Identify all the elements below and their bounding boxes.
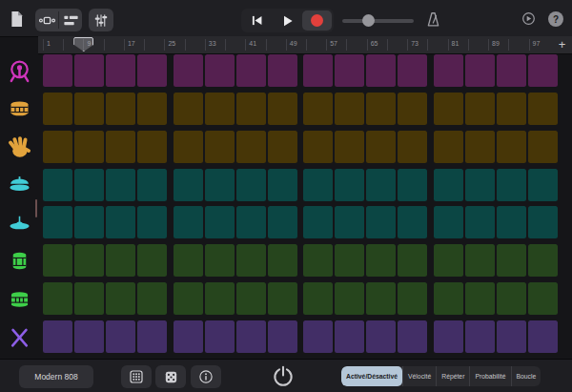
step-cell-closed-hi-hat[interactable] (335, 169, 364, 201)
step-cell-snare[interactable] (106, 93, 135, 125)
step-cell-kick[interactable] (174, 54, 203, 87)
step-cell-snare[interactable] (434, 93, 463, 125)
step-cell-sticks[interactable] (205, 320, 235, 353)
step-cell-open-hi-hat[interactable] (174, 206, 203, 238)
step-cell-closed-hi-hat[interactable] (137, 169, 167, 201)
step-cell-low-tom[interactable] (174, 282, 203, 315)
step-cell-low-tom[interactable] (398, 282, 427, 315)
step-cell-snare[interactable] (174, 93, 203, 125)
step-cell-low-tom[interactable] (236, 282, 266, 315)
play-button[interactable] (272, 9, 302, 32)
step-cell-snare[interactable] (465, 93, 495, 125)
step-cell-hi-tom[interactable] (366, 244, 396, 277)
step-cell-kick[interactable] (434, 54, 463, 87)
edit-mode-segment[interactable]: Vélocité (402, 366, 436, 386)
step-cell-clap[interactable] (43, 131, 72, 163)
step-cell-sticks[interactable] (137, 320, 167, 353)
step-cell-sticks[interactable] (528, 320, 558, 353)
step-cell-open-hi-hat[interactable] (528, 206, 558, 238)
step-cell-clap[interactable] (303, 131, 333, 163)
step-cell-sticks[interactable] (74, 320, 104, 353)
step-cell-low-tom[interactable] (366, 282, 396, 315)
record-button[interactable] (302, 10, 332, 31)
step-cell-hi-tom[interactable] (497, 244, 526, 277)
step-cell-low-tom[interactable] (335, 282, 364, 315)
step-cell-open-hi-hat[interactable] (137, 206, 167, 238)
step-cell-clap[interactable] (434, 131, 463, 163)
step-cell-closed-hi-hat[interactable] (205, 169, 235, 201)
loop-browser-button[interactable] (521, 10, 537, 27)
dice-button[interactable] (155, 365, 186, 388)
document-icon[interactable] (8, 10, 26, 29)
step-cell-kick[interactable] (366, 54, 396, 87)
step-cell-kick[interactable] (465, 54, 495, 87)
step-cell-open-hi-hat[interactable] (43, 206, 72, 238)
step-cell-snare[interactable] (497, 93, 526, 125)
kit-select-button[interactable]: Modern 808 (19, 365, 93, 388)
step-cell-snare[interactable] (335, 93, 364, 125)
step-cell-open-hi-hat[interactable] (205, 206, 235, 238)
add-bars-button[interactable]: + (555, 36, 569, 52)
step-cell-hi-tom[interactable] (434, 244, 463, 277)
step-cell-sticks[interactable] (43, 320, 72, 353)
step-cell-snare[interactable] (43, 93, 72, 125)
step-cell-open-hi-hat[interactable] (465, 206, 495, 238)
step-cell-low-tom[interactable] (74, 282, 104, 315)
step-cell-closed-hi-hat[interactable] (174, 169, 203, 201)
step-cell-snare[interactable] (528, 93, 558, 125)
track-button-closed-hi-hat[interactable] (0, 169, 38, 201)
step-cell-closed-hi-hat[interactable] (268, 169, 297, 201)
step-cell-hi-tom[interactable] (303, 244, 333, 277)
step-cell-snare[interactable] (137, 93, 167, 125)
step-cell-sticks[interactable] (303, 320, 333, 353)
step-cell-clap[interactable] (74, 131, 104, 163)
track-controls-button[interactable] (89, 9, 113, 31)
track-button-hi-tom[interactable] (0, 244, 38, 277)
step-cell-sticks[interactable] (465, 320, 495, 353)
edit-mode-segment[interactable]: Activé/Désactivé (341, 366, 402, 386)
step-cell-snare[interactable] (74, 93, 104, 125)
step-cell-low-tom[interactable] (528, 282, 558, 315)
step-cell-open-hi-hat[interactable] (106, 206, 135, 238)
edit-mode-segment[interactable]: Répéter (436, 366, 469, 386)
track-button-sticks[interactable] (0, 320, 38, 353)
step-cell-open-hi-hat[interactable] (497, 206, 526, 238)
step-cell-open-hi-hat[interactable] (236, 206, 266, 238)
volume-knob[interactable] (362, 14, 375, 27)
step-cell-hi-tom[interactable] (74, 244, 104, 277)
track-button-kick[interactable] (0, 54, 38, 87)
volume-slider[interactable] (342, 9, 414, 32)
step-cell-kick[interactable] (106, 54, 135, 87)
step-cell-open-hi-hat[interactable] (335, 206, 364, 238)
step-cell-kick[interactable] (236, 54, 266, 87)
step-cell-sticks[interactable] (268, 320, 297, 353)
step-cell-sticks[interactable] (398, 320, 427, 353)
step-cell-kick[interactable] (303, 54, 333, 87)
step-cell-hi-tom[interactable] (137, 244, 167, 277)
step-cell-kick[interactable] (137, 54, 167, 87)
step-cell-clap[interactable] (205, 131, 235, 163)
step-cell-clap[interactable] (106, 131, 135, 163)
step-cell-closed-hi-hat[interactable] (236, 169, 266, 201)
step-cell-clap[interactable] (528, 131, 558, 163)
step-cell-kick[interactable] (497, 54, 526, 87)
timeline-ruler[interactable]: 191725334149576573818997 + (38, 36, 572, 54)
step-cell-closed-hi-hat[interactable] (528, 169, 558, 201)
step-cell-low-tom[interactable] (434, 282, 463, 315)
step-cell-closed-hi-hat[interactable] (398, 169, 427, 201)
step-cell-clap[interactable] (335, 131, 364, 163)
step-cell-clap[interactable] (137, 131, 167, 163)
step-cell-hi-tom[interactable] (528, 244, 558, 277)
step-cell-kick[interactable] (43, 54, 72, 87)
step-cell-kick[interactable] (398, 54, 427, 87)
step-cell-closed-hi-hat[interactable] (366, 169, 396, 201)
step-cell-sticks[interactable] (434, 320, 463, 353)
step-cell-clap[interactable] (398, 131, 427, 163)
step-cell-open-hi-hat[interactable] (366, 206, 396, 238)
step-cell-snare[interactable] (303, 93, 333, 125)
step-cell-open-hi-hat[interactable] (268, 206, 297, 238)
cells-view-button[interactable] (35, 9, 58, 31)
track-button-snare[interactable] (0, 93, 38, 125)
step-cell-closed-hi-hat[interactable] (497, 169, 526, 201)
tracks-view-button[interactable] (59, 9, 82, 31)
